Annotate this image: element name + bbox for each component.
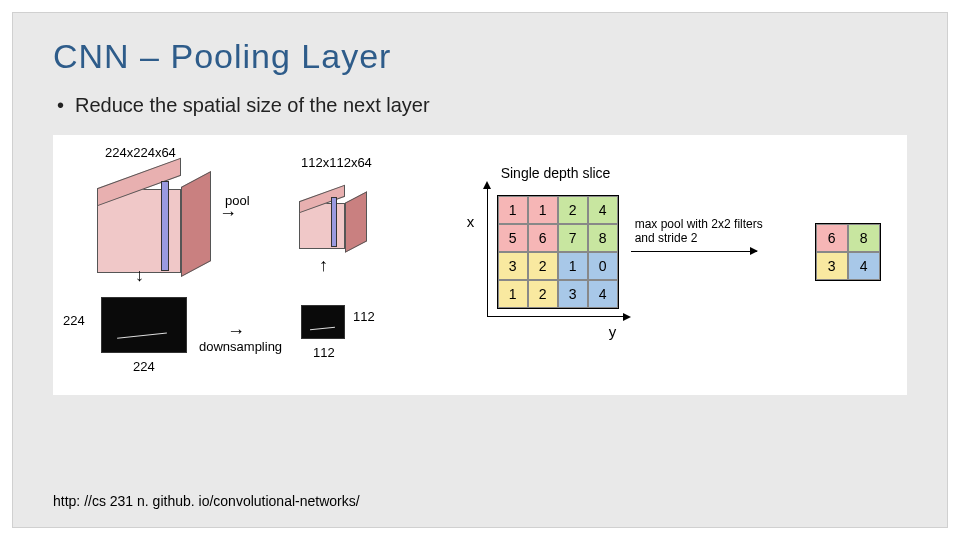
input-cell: 6: [528, 224, 558, 252]
output-cell: 8: [848, 224, 880, 252]
label-in-h: 224: [63, 313, 85, 328]
label-y-axis: y: [609, 323, 617, 340]
slide: CNN – Pooling Layer Reduce the spatial s…: [12, 12, 948, 528]
arrow-up-icon: ↑: [319, 255, 328, 276]
input-cell: 0: [588, 252, 618, 280]
label-input-dims: 224x224x64: [105, 145, 176, 160]
input-cell: 3: [558, 280, 588, 308]
output-grid: 6834: [815, 223, 881, 281]
slide-title: CNN – Pooling Layer: [53, 37, 907, 76]
bullet-item: Reduce the spatial size of the next laye…: [53, 94, 907, 117]
input-cell: 1: [498, 280, 528, 308]
output-cell: 4: [848, 252, 880, 280]
figure-pooling-volumes: 224x224x64 112x112x64 pool → ↓ ↑: [61, 145, 421, 385]
input-cell: 4: [588, 280, 618, 308]
credit-url: http: //cs 231 n. github. io/convolution…: [53, 493, 360, 509]
label-output-dims: 112x112x64: [301, 155, 372, 170]
arrowhead-up-icon: [483, 181, 491, 189]
input-cell: 1: [528, 196, 558, 224]
arrowhead-right-icon: [623, 313, 631, 321]
output-cell: 6: [816, 224, 848, 252]
input-cell: 5: [498, 224, 528, 252]
figures-row: 224x224x64 112x112x64 pool → ↓ ↑: [53, 135, 907, 395]
output-image-thumb: [301, 305, 345, 339]
long-arrow-icon: [631, 251, 757, 252]
figure-maxpool-grid: Single depth slice x y 1124567832101234 …: [445, 165, 899, 365]
label-x-axis: x: [467, 213, 475, 230]
input-cell: 1: [498, 196, 528, 224]
input-cell: 4: [588, 196, 618, 224]
input-cell: 1: [558, 252, 588, 280]
input-cell: 7: [558, 224, 588, 252]
output-cell: 3: [816, 252, 848, 280]
input-cell: 2: [528, 252, 558, 280]
input-grid: 1124567832101234: [497, 195, 619, 309]
input-cell: 8: [588, 224, 618, 252]
label-maxpool-1: max pool with 2x2 filters: [635, 217, 763, 231]
arrow-right-icon: →: [219, 203, 237, 224]
label-maxpool-2: and stride 2: [635, 231, 698, 245]
label-downsampling: downsampling: [199, 339, 282, 354]
label-out-w: 112: [313, 345, 335, 360]
label-slice-title: Single depth slice: [501, 165, 611, 181]
arrow-down-icon: ↓: [135, 265, 144, 286]
label-in-w: 224: [133, 359, 155, 374]
input-cell: 2: [558, 196, 588, 224]
input-cell: 3: [498, 252, 528, 280]
input-image-thumb: [101, 297, 187, 353]
label-out-h: 112: [353, 309, 375, 324]
input-cell: 2: [528, 280, 558, 308]
